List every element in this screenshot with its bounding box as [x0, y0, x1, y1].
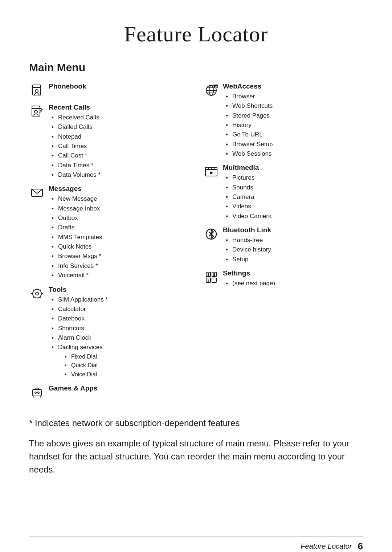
svg-rect-24 [33, 389, 41, 396]
list-item: Pictures [226, 173, 363, 183]
multimedia-content: Multimedia Pictures Sounds Camera Videos… [223, 164, 363, 221]
webaccess-content: WebAccess Browser Web Shortcuts Stored P… [223, 82, 363, 159]
sub-list-item: Fixed Dial [65, 352, 189, 361]
dialling-sublist: Fixed Dial Quick Dial Voice Dial [58, 352, 189, 379]
recent-calls-content: Recent Calls Received Calls Dialled Call… [49, 103, 189, 180]
list-item: Data Times * [52, 161, 189, 170]
tools-content: Tools SIM Applications * Calculator Date… [49, 286, 189, 379]
messages-content: Messages New Message Message Inbox Outbo… [49, 185, 189, 280]
list-item: Call Times [52, 142, 189, 151]
list-item: Voicemail * [52, 271, 189, 280]
svg-point-14 [33, 289, 41, 298]
svg-line-12 [37, 114, 38, 115]
list-item: New Message [52, 194, 189, 204]
phonebook-content: Phonebook [49, 82, 189, 92]
settings-title: Settings [223, 269, 363, 277]
list-item: Datebook [52, 314, 189, 323]
list-item: Info Services * [52, 261, 189, 271]
list-item: Go To URL [226, 130, 363, 139]
svg-line-11 [33, 114, 35, 115]
multimedia-icon [203, 164, 219, 180]
messages-title: Messages [49, 185, 189, 193]
note-text: * Indicates network or subscription-depe… [29, 417, 363, 430]
svg-marker-42 [210, 171, 213, 175]
list-item: SIM Applications * [52, 295, 189, 304]
list-item: Browser Setup [226, 140, 363, 149]
settings-content: Settings (see next page) [223, 269, 363, 288]
messages-item: Messages New Message Message Inbox Outbo… [29, 185, 189, 280]
svg-line-22 [40, 289, 41, 290]
games-apps-item: Games & Apps [29, 384, 189, 400]
list-item: Sounds [226, 183, 363, 192]
svg-point-10 [34, 110, 37, 113]
webaccess-list: Browser Web Shortcuts Stored Pages Histo… [223, 92, 363, 159]
list-item: Camera [226, 192, 363, 202]
bluetooth-content: Bluetooth Link Hands-free Device history… [223, 226, 363, 264]
phonebook-item: Phonebook [29, 82, 189, 98]
page-container: Feature Locator Main Menu [0, 0, 392, 552]
tools-icon [29, 286, 45, 302]
multimedia-list: Pictures Sounds Camera Videos Video Came… [223, 173, 363, 221]
list-item: Quick Notes [52, 242, 189, 252]
bluetooth-list: Hands-free Device history Setup [223, 236, 363, 264]
settings-item: Settings (see next page) [203, 269, 363, 288]
recent-calls-title: Recent Calls [49, 103, 189, 111]
svg-line-23 [33, 297, 34, 298]
main-content: Phonebook Recent Ca [29, 82, 363, 405]
list-item: Dialled Calls [52, 122, 189, 132]
list-item: Browser Msgs * [52, 252, 189, 261]
phonebook-icon [29, 82, 45, 98]
svg-rect-47 [212, 278, 216, 282]
list-item: Calculator [52, 304, 189, 314]
recent-calls-icon [29, 103, 45, 119]
messages-list: New Message Message Inbox Outbox Drafts … [49, 194, 189, 280]
list-item: (see next page) [226, 279, 363, 288]
tools-list: SIM Applications * Calculator Datebook S… [49, 295, 189, 379]
sub-list-item: Voice Dial [65, 370, 189, 379]
list-item: Web Shortcuts [226, 101, 363, 111]
list-item: Video Camera [226, 212, 363, 221]
list-item: Browser [226, 92, 363, 101]
footer-label: Feature Locator [301, 542, 352, 551]
settings-list: (see next page) [223, 279, 363, 288]
note-section: * Indicates network or subscription-depe… [29, 417, 363, 476]
multimedia-item: Multimedia Pictures Sounds Camera Videos… [203, 164, 363, 221]
settings-icon [203, 269, 219, 285]
section-title: Main Menu [29, 61, 363, 74]
recent-calls-list: Received Calls Dialled Calls Notepad Cal… [49, 113, 189, 180]
list-item: Alarm Clock [52, 333, 189, 343]
svg-point-25 [35, 392, 36, 393]
list-item: Call Cost * [52, 151, 189, 160]
list-item: Dialling services Fixed Dial Quick Dial … [52, 343, 189, 379]
bluetooth-item: Bluetooth Link Hands-free Device history… [203, 226, 363, 264]
phonebook-title: Phonebook [49, 82, 189, 90]
svg-point-26 [38, 392, 39, 393]
list-item: Setup [226, 255, 363, 264]
footer-page-number: 6 [358, 541, 363, 552]
list-item: Stored Pages [226, 111, 363, 120]
sub-list-item: Quick Dial [65, 361, 189, 370]
right-column: W WebAccess Browser Web Shortcuts Stored… [203, 82, 363, 405]
svg-line-4 [38, 93, 39, 95]
tools-title: Tools [49, 286, 189, 294]
games-apps-icon [29, 384, 45, 400]
svg-point-15 [36, 292, 38, 295]
list-item: Outbox [52, 213, 189, 223]
webaccess-icon: W [203, 82, 219, 98]
messages-icon [29, 185, 45, 201]
svg-line-3 [34, 93, 36, 95]
webaccess-item: W WebAccess Browser Web Shortcuts Stored… [203, 82, 363, 159]
list-item: Hands-free [226, 236, 363, 245]
list-item: Received Calls [52, 113, 189, 122]
svg-line-21 [40, 297, 41, 298]
multimedia-title: Multimedia [223, 164, 363, 172]
list-item: Notepad [52, 132, 189, 142]
games-apps-title: Games & Apps [49, 384, 189, 392]
description-text: The above gives an example of typical st… [29, 437, 363, 476]
games-apps-content: Games & Apps [49, 384, 189, 394]
left-column: Phonebook Recent Ca [29, 82, 189, 405]
footer-divider [29, 536, 363, 536]
list-item: Data Volumes * [52, 170, 189, 180]
footer-row: Feature Locator 6 [0, 541, 392, 552]
page-footer: Feature Locator 6 [0, 536, 392, 552]
